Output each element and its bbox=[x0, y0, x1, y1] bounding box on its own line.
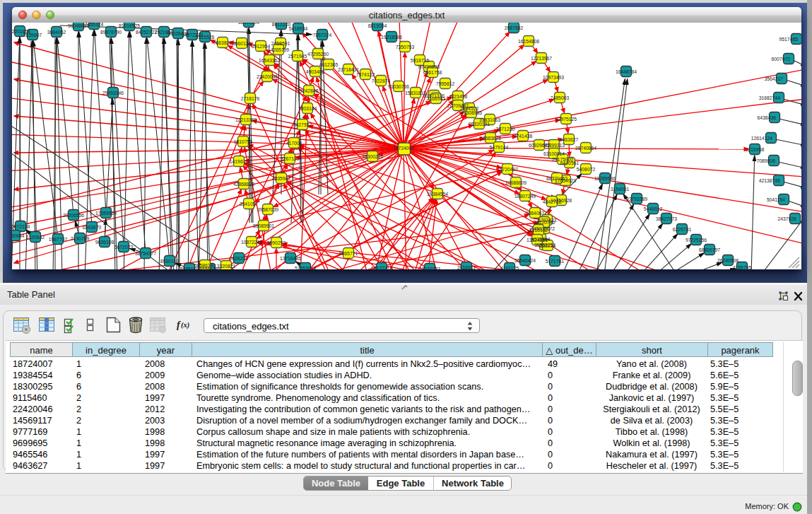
svg-text:7022674: 7022674 bbox=[372, 78, 391, 83]
svg-text:4823498: 4823498 bbox=[449, 94, 468, 99]
svg-text:9084067: 9084067 bbox=[526, 211, 545, 216]
svg-text:1810755: 1810755 bbox=[234, 139, 253, 144]
svg-text:38427073: 38427073 bbox=[656, 216, 677, 221]
svg-text:83793389: 83793389 bbox=[626, 197, 647, 201]
svg-text:19384554: 19384554 bbox=[427, 192, 448, 197]
svg-text:5446912: 5446912 bbox=[644, 206, 663, 211]
svg-text:5672073: 5672073 bbox=[114, 245, 134, 250]
svg-text:3267110: 3267110 bbox=[281, 156, 299, 161]
svg-text:8930103: 8930103 bbox=[160, 259, 180, 264]
svg-text:12975125: 12975125 bbox=[555, 117, 577, 122]
svg-text:1987737: 1987737 bbox=[49, 237, 68, 242]
svg-text:7485003: 7485003 bbox=[551, 95, 570, 100]
svg-text:42868828: 42868828 bbox=[233, 182, 254, 187]
svg-text:417004: 417004 bbox=[286, 141, 302, 146]
svg-text:89089901: 89089901 bbox=[253, 223, 274, 228]
svg-text:68353204: 68353204 bbox=[238, 23, 259, 25]
svg-text:57553014: 57553014 bbox=[295, 266, 316, 270]
svg-text:8813054: 8813054 bbox=[368, 23, 387, 28]
svg-text:18807249: 18807249 bbox=[514, 194, 536, 199]
svg-text:89978790: 89978790 bbox=[100, 30, 122, 35]
svg-text:3564217: 3564217 bbox=[765, 76, 784, 81]
svg-text:31682744: 31682744 bbox=[759, 95, 780, 100]
svg-text:6292423: 6292423 bbox=[538, 218, 557, 223]
svg-text:47295260: 47295260 bbox=[307, 52, 329, 57]
svg-text:8427552: 8427552 bbox=[293, 122, 312, 127]
svg-text:2087682: 2087682 bbox=[505, 25, 524, 30]
svg-text:17359924: 17359924 bbox=[95, 211, 117, 216]
svg-text:2718176: 2718176 bbox=[241, 96, 260, 101]
svg-text:28740864: 28740864 bbox=[575, 146, 596, 151]
svg-text:2016911: 2016911 bbox=[457, 265, 476, 270]
svg-text:31831063: 31831063 bbox=[479, 117, 500, 122]
svg-text:38754377: 38754377 bbox=[135, 251, 156, 256]
svg-text:9463627: 9463627 bbox=[560, 137, 579, 142]
svg-text:8612220: 8612220 bbox=[272, 23, 291, 27]
svg-text:14265799: 14265799 bbox=[268, 47, 289, 52]
svg-text:9242848: 9242848 bbox=[300, 88, 319, 93]
svg-text:97225156: 97225156 bbox=[686, 238, 707, 243]
svg-text:68800797: 68800797 bbox=[699, 247, 720, 252]
svg-text:3684052: 3684052 bbox=[47, 30, 66, 35]
svg-text:5408072: 5408072 bbox=[577, 167, 596, 172]
svg-text:95899313: 95899313 bbox=[543, 143, 565, 148]
svg-text:10688609: 10688609 bbox=[505, 180, 526, 185]
svg-text:26240908: 26240908 bbox=[717, 258, 739, 263]
svg-text:7857224: 7857224 bbox=[313, 33, 332, 37]
svg-text:8660124: 8660124 bbox=[233, 41, 252, 46]
svg-text:17270733: 17270733 bbox=[419, 267, 440, 270]
svg-text:65177213: 65177213 bbox=[371, 266, 392, 270]
svg-text:3741438: 3741438 bbox=[514, 134, 533, 139]
svg-text:84252722: 84252722 bbox=[136, 30, 157, 35]
svg-text:3215958: 3215958 bbox=[746, 147, 765, 152]
svg-text:87490893: 87490893 bbox=[418, 64, 440, 69]
svg-text:7350753: 7350753 bbox=[396, 45, 415, 49]
svg-text:7455324: 7455324 bbox=[85, 23, 104, 27]
svg-text:19218986: 19218986 bbox=[381, 35, 402, 40]
svg-text:4612365: 4612365 bbox=[319, 62, 339, 67]
svg-text:3154051: 3154051 bbox=[611, 187, 630, 192]
svg-text:7663822: 7663822 bbox=[213, 40, 233, 45]
svg-text:2166941: 2166941 bbox=[427, 96, 446, 101]
svg-text:9626108: 9626108 bbox=[95, 240, 114, 245]
svg-text:23718431: 23718431 bbox=[338, 67, 359, 72]
svg-text:8090293: 8090293 bbox=[267, 240, 286, 245]
svg-text:5041154: 5041154 bbox=[767, 197, 785, 202]
svg-text:24972279: 24972279 bbox=[182, 33, 203, 37]
svg-text:12614124: 12614124 bbox=[751, 136, 772, 141]
svg-text:12213967: 12213967 bbox=[531, 56, 552, 61]
svg-text:2437026: 2437026 bbox=[778, 216, 797, 221]
svg-text:81016525: 81016525 bbox=[119, 23, 140, 28]
svg-text:16448784: 16448784 bbox=[616, 69, 637, 74]
svg-text:29053346: 29053346 bbox=[102, 90, 124, 95]
svg-text:9517485: 9517485 bbox=[779, 37, 799, 42]
svg-text:12213369: 12213369 bbox=[235, 117, 257, 122]
svg-text:(x): (x) bbox=[181, 321, 189, 329]
svg-text:5171761: 5171761 bbox=[546, 259, 565, 264]
svg-text:5418934: 5418934 bbox=[289, 26, 308, 31]
svg-text:7955812: 7955812 bbox=[436, 81, 455, 86]
svg-text:10872248: 10872248 bbox=[241, 240, 262, 245]
svg-text:2130789: 2130789 bbox=[71, 236, 90, 241]
svg-text:20206556: 20206556 bbox=[63, 213, 84, 218]
svg-text:5479144: 5479144 bbox=[490, 145, 509, 150]
svg-text:7374122: 7374122 bbox=[356, 72, 375, 77]
svg-text:42138745: 42138745 bbox=[759, 178, 780, 183]
svg-text:55540424: 55540424 bbox=[514, 258, 536, 263]
svg-text:16543362: 16543362 bbox=[259, 58, 280, 63]
svg-text:45935572: 45935572 bbox=[534, 226, 555, 231]
svg-text:7803144: 7803144 bbox=[298, 106, 317, 111]
svg-text:1120642: 1120642 bbox=[26, 235, 45, 240]
svg-text:16154808: 16154808 bbox=[518, 39, 539, 44]
svg-text:18724007: 18724007 bbox=[393, 146, 414, 151]
svg-text:38538251: 38538251 bbox=[534, 243, 555, 247]
svg-text:47308985: 47308985 bbox=[461, 110, 482, 115]
svg-text:19289546: 19289546 bbox=[594, 176, 616, 181]
svg-text:6229731: 6229731 bbox=[673, 227, 692, 232]
svg-text:2839607: 2839607 bbox=[23, 33, 42, 37]
svg-text:13716485: 13716485 bbox=[280, 256, 301, 261]
svg-text:6007072: 6007072 bbox=[772, 57, 791, 62]
svg-text:6672134: 6672134 bbox=[12, 224, 30, 229]
svg-text:3341057: 3341057 bbox=[240, 201, 259, 206]
svg-text:6543670: 6543670 bbox=[83, 225, 102, 230]
